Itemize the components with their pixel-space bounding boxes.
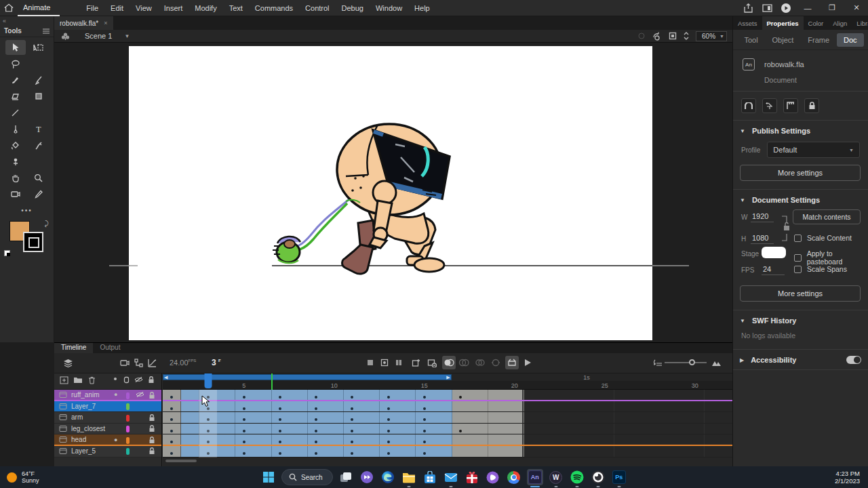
properties-subtab-frame[interactable]: Frame: [801, 33, 836, 47]
frame-rate[interactable]: 24.00FPS: [170, 359, 196, 367]
home-icon[interactable]: [0, 0, 18, 16]
width-value[interactable]: 1920: [751, 212, 774, 222]
center-stage-icon[interactable]: [637, 32, 646, 40]
properties-subtab-doc[interactable]: Doc: [837, 33, 864, 47]
highlight-all-icon[interactable]: [113, 376, 118, 382]
timeline-zoom-slider[interactable]: [665, 362, 707, 363]
properties-subtab-tool[interactable]: Tool: [737, 33, 764, 47]
layer-row-arm[interactable]: arm: [54, 412, 161, 424]
onion-skin-icon[interactable]: [442, 356, 456, 369]
eraser-tool[interactable]: [5, 89, 26, 104]
timeline-horizontal-scrollbar[interactable]: [165, 460, 197, 462]
layer-parenting-icon[interactable]: [132, 356, 145, 369]
layer-lock-icon[interactable]: [149, 392, 155, 399]
lock-guides-icon[interactable]: [804, 98, 819, 113]
weather-widget[interactable]: 64°F Sunny: [7, 470, 108, 484]
scale-content-checkbox[interactable]: [794, 235, 802, 242]
asset-warp-tool[interactable]: [5, 154, 26, 169]
delete-layer-icon[interactable]: [88, 376, 96, 384]
taskbar-w-app-icon[interactable]: W: [548, 469, 564, 485]
taskbar-spotify-icon[interactable]: [569, 469, 585, 485]
tab-timeline[interactable]: Timeline: [54, 343, 93, 353]
taskbar-search[interactable]: Search: [281, 469, 333, 485]
taskbar-movies-tv-icon[interactable]: [485, 469, 501, 485]
publish-settings-header[interactable]: ▼ Publish Settings: [733, 121, 868, 140]
insert-frame-icon[interactable]: [392, 356, 406, 369]
tab-output[interactable]: Output: [93, 343, 127, 353]
layer-color-swatch[interactable]: [126, 403, 130, 410]
workspace-tab-animate[interactable]: Animate: [18, 0, 60, 16]
panel-tab-assets[interactable]: Assets: [733, 16, 762, 30]
add-camera-icon[interactable]: [118, 356, 132, 369]
outline-all-icon[interactable]: [123, 376, 130, 384]
frame-row-Layer_5[interactable]: [163, 446, 732, 458]
document-tab[interactable]: robowalk.fla* ×: [54, 16, 113, 30]
taskbar-start-icon[interactable]: [260, 469, 277, 485]
accessibility-toggle[interactable]: [846, 356, 861, 364]
scale-spans-checkbox[interactable]: [794, 266, 802, 273]
frame-row-Layer_7[interactable]: [163, 401, 732, 413]
stage-color-swatch[interactable]: [762, 247, 786, 258]
link-wh-icon[interactable]: [781, 215, 790, 242]
taskbar-clipchamp-icon[interactable]: [359, 469, 375, 485]
camera-tool[interactable]: [5, 186, 26, 201]
minimize-button[interactable]: —: [796, 0, 819, 16]
default-colors-icon[interactable]: [4, 250, 10, 256]
menu-view[interactable]: View: [130, 1, 158, 15]
layer-color-swatch[interactable]: [126, 448, 130, 455]
hand-tool[interactable]: [5, 170, 26, 185]
layer-row-head[interactable]: head●: [54, 434, 161, 446]
menu-insert[interactable]: Insert: [158, 1, 189, 15]
insert-blank-keyframe-icon[interactable]: [425, 356, 439, 369]
loop-icon[interactable]: [505, 356, 519, 369]
menu-edit[interactable]: Edit: [104, 1, 130, 15]
frame-row-head[interactable]: [163, 434, 732, 446]
taskbar-photoshop-icon[interactable]: Ps: [611, 469, 627, 485]
menu-modify[interactable]: Modify: [189, 1, 222, 15]
eyedropper-tool[interactable]: [28, 138, 49, 152]
onion-skin-outline-icon[interactable]: [457, 356, 471, 369]
accessibility-header[interactable]: ▶ Accessibility: [733, 350, 868, 369]
document-settings-header[interactable]: ▼ Document Settings: [733, 190, 868, 209]
menu-commands[interactable]: Commands: [249, 1, 299, 15]
snap-align-icon[interactable]: [762, 98, 777, 113]
layer-hidden-icon[interactable]: [136, 391, 144, 398]
layer-options-icon[interactable]: [61, 356, 75, 369]
paintbrush-tool[interactable]: [28, 73, 49, 87]
menu-debug[interactable]: Debug: [336, 1, 370, 15]
playhead[interactable]: [204, 373, 212, 388]
layer-lock-icon[interactable]: [149, 425, 155, 432]
frame-row-ruff_anim[interactable]: [163, 390, 732, 401]
taskbar-edge-icon[interactable]: [380, 469, 396, 485]
document-more-settings-button[interactable]: More settings: [740, 285, 861, 302]
menu-control[interactable]: Control: [299, 1, 335, 15]
panel-tab-color[interactable]: Color: [804, 16, 829, 30]
layer-row-Layer_7[interactable]: Layer_7: [54, 401, 161, 413]
profile-select[interactable]: Default ▼: [767, 142, 860, 158]
layer-color-swatch[interactable]: [126, 437, 130, 444]
panel-menu-icon[interactable]: [43, 28, 50, 34]
modify-markers-icon[interactable]: [489, 356, 502, 369]
layer-row-leg_closest[interactable]: leg_closest: [54, 424, 161, 435]
zoom-level-select[interactable]: 60% ▼: [696, 31, 727, 41]
menu-help[interactable]: Help: [408, 1, 436, 15]
taskbar-store-icon[interactable]: [422, 469, 438, 485]
resize-frames-icon[interactable]: [709, 356, 723, 369]
stroke-color-swatch[interactable]: [23, 232, 43, 252]
span-left-handle[interactable]: ◀: [164, 375, 167, 380]
span-right-handle[interactable]: ▶: [446, 375, 450, 380]
panel-tab-align[interactable]: Align: [828, 16, 852, 30]
frame-row-leg_closest[interactable]: [163, 424, 732, 435]
brush-tool[interactable]: [5, 73, 26, 87]
taskbar-clock[interactable]: 4:23 PM 2/1/2023: [835, 470, 860, 485]
stage-pasteboard[interactable]: [54, 43, 732, 342]
taskbar-mail-icon[interactable]: [443, 469, 459, 485]
layer-lock-icon[interactable]: [149, 436, 155, 444]
layer-lock-icon[interactable]: [149, 414, 155, 422]
lock-all-icon[interactable]: [148, 376, 155, 384]
layer-row-ruff_anim[interactable]: ruff_anim●: [54, 390, 161, 401]
restore-button[interactable]: ❐: [821, 0, 844, 16]
swap-colors-icon[interactable]: ⤸: [45, 220, 49, 228]
more-tools-icon[interactable]: •••: [0, 207, 54, 214]
pencil-tool[interactable]: [28, 186, 49, 201]
